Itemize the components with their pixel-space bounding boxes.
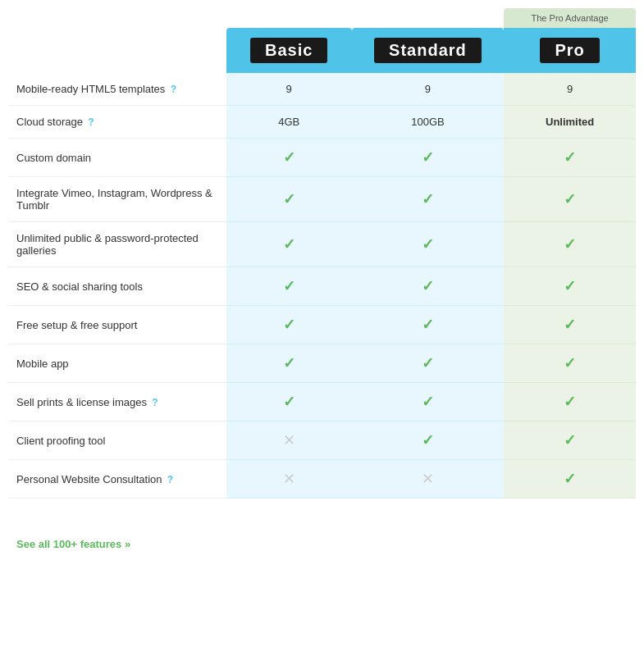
table-row: Cloud storage ?4GB100GBUnlimited xyxy=(8,106,636,139)
cell-value: 9 xyxy=(226,73,352,106)
price-amount-pro: $ 45 .00 /mo xyxy=(512,510,628,544)
price-amount-standard: $ 25 .00 /mo xyxy=(360,510,496,544)
check-icon: ✓ xyxy=(352,306,505,344)
check-icon: ✓ xyxy=(226,139,352,177)
cell-value: Unlimited xyxy=(504,106,636,139)
pricing-cell-pro: $ 45 .00 /mo Billed annuallyor $49.99 ea… xyxy=(504,499,636,590)
cross-icon: ✕ xyxy=(226,460,352,499)
check-icon: ✓ xyxy=(352,267,505,306)
check-icon: ✓ xyxy=(226,383,352,421)
price-dollar-basic: $ xyxy=(266,513,272,525)
question-mark-icon[interactable]: ? xyxy=(167,84,176,95)
question-mark-icon[interactable]: ? xyxy=(85,116,94,128)
check-icon: ✓ xyxy=(504,139,636,177)
price-main-pro: 45 xyxy=(544,510,582,544)
table-row: Mobile-ready HTML5 templates ?999 xyxy=(8,73,636,106)
check-icon: ✓ xyxy=(504,460,636,499)
check-icon: ✓ xyxy=(352,177,505,222)
table-row: Client proofing tool✕✓✓ xyxy=(8,421,636,460)
feature-label: Client proofing tool xyxy=(8,421,226,460)
table-row: Free setup & free support✓✓✓ xyxy=(8,306,636,344)
feature-label: Mobile app xyxy=(8,344,226,383)
cell-value: 4GB xyxy=(226,106,352,139)
pro-advantage-banner: The Pro Advantage xyxy=(504,8,636,28)
cross-icon: ✕ xyxy=(226,421,352,460)
column-header-standard: Standard xyxy=(352,28,505,73)
price-cents-standard: .00 xyxy=(440,513,460,528)
table-row: Unlimited public & password-protected ga… xyxy=(8,222,636,267)
price-cents-pro: .00 xyxy=(582,513,602,528)
table-row: Mobile app✓✓✓ xyxy=(8,344,636,383)
see-all-row: See all 100+ features » $ 8 .00 /mo Bill… xyxy=(8,499,636,590)
column-header-pro: Pro xyxy=(504,28,636,73)
price-billed-standard: Billed annuallyor $29.99 each month xyxy=(360,551,496,578)
check-icon: ✓ xyxy=(226,177,352,222)
pricing-cell-standard: $ 25 .00 /mo Billed annuallyor $29.99 ea… xyxy=(352,499,505,590)
cell-value: 9 xyxy=(352,73,505,106)
cross-icon: ✕ xyxy=(352,460,505,499)
table-row: Integrate Vimeo, Instagram, Wordpress & … xyxy=(8,177,636,222)
check-icon: ✓ xyxy=(226,222,352,267)
table-row: Personal Website Consultation ?✕✕✓ xyxy=(8,460,636,499)
feature-label: Personal Website Consultation ? xyxy=(8,460,226,499)
check-icon: ✓ xyxy=(226,306,352,344)
price-main-basic: 8 xyxy=(272,510,291,544)
question-mark-icon[interactable]: ? xyxy=(165,474,174,485)
price-mo-basic: /mo xyxy=(291,528,308,538)
feature-label: Cloud storage ? xyxy=(8,106,226,139)
see-all-features-link[interactable]: See all 100+ features » xyxy=(16,538,130,550)
feature-label: Sell prints & license images ? xyxy=(8,383,226,421)
price-billed-basic: Billed annuallyor $9.99 each month xyxy=(235,551,344,578)
price-mo-pro: /mo xyxy=(582,528,598,538)
pricing-cell-basic: $ 8 .00 /mo Billed annuallyor $9.99 each… xyxy=(226,499,352,590)
check-icon: ✓ xyxy=(352,344,505,383)
check-icon: ✓ xyxy=(352,383,505,421)
check-icon: ✓ xyxy=(226,344,352,383)
price-dollar-standard: $ xyxy=(395,513,402,525)
check-icon: ✓ xyxy=(352,139,505,177)
price-cents-basic: .00 xyxy=(291,513,312,528)
price-billed-pro: Billed annuallyor $49.99 each month xyxy=(512,551,628,578)
price-amount-basic: $ 8 .00 /mo xyxy=(235,510,344,544)
table-row: Sell prints & license images ?✓✓✓ xyxy=(8,383,636,421)
feature-label: Mobile-ready HTML5 templates ? xyxy=(8,73,226,106)
check-icon: ✓ xyxy=(504,177,636,222)
check-icon: ✓ xyxy=(352,222,505,267)
check-icon: ✓ xyxy=(504,383,636,421)
check-icon: ✓ xyxy=(504,306,636,344)
cell-value: 100GB xyxy=(352,106,505,139)
feature-label: SEO & social sharing tools xyxy=(8,267,226,306)
feature-label: Custom domain xyxy=(8,139,226,177)
check-icon: ✓ xyxy=(504,267,636,306)
check-icon: ✓ xyxy=(226,267,352,306)
table-row: Custom domain✓✓✓ xyxy=(8,139,636,177)
column-header-basic: Basic xyxy=(226,28,352,73)
check-icon: ✓ xyxy=(504,344,636,383)
check-icon: ✓ xyxy=(352,421,505,460)
comparison-table: The Pro Advantage Basic Standard Pro Mob… xyxy=(8,8,636,590)
check-icon: ✓ xyxy=(504,421,636,460)
question-mark-icon[interactable]: ? xyxy=(149,397,158,408)
feature-label: Free setup & free support xyxy=(8,306,226,344)
price-dollar-pro: $ xyxy=(537,513,544,525)
cell-value: 9 xyxy=(504,73,636,106)
feature-label: Integrate Vimeo, Instagram, Wordpress & … xyxy=(8,177,226,222)
price-mo-standard: /mo xyxy=(440,528,456,538)
check-icon: ✓ xyxy=(504,222,636,267)
price-main-standard: 25 xyxy=(401,510,440,544)
table-row: SEO & social sharing tools✓✓✓ xyxy=(8,267,636,306)
feature-label: Unlimited public & password-protected ga… xyxy=(8,222,226,267)
